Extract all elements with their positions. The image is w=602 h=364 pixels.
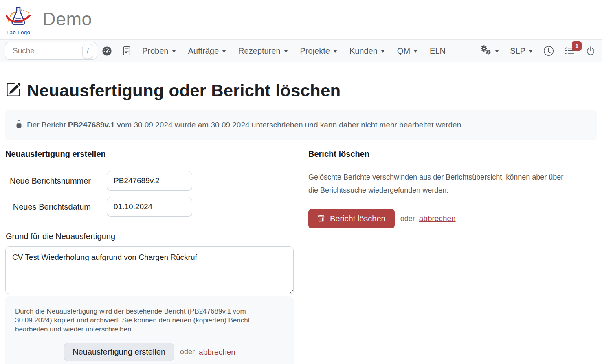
alert-text: Der BerichtPB247689v.1vom 30.09.2024 wur… [27,121,464,129]
create-heading: Neuausfertigung erstellen [5,149,294,159]
new-report-number-input[interactable] [107,171,192,191]
delete-cancel-link[interactable]: abbrechen [419,214,456,223]
edit-icon [6,81,21,101]
or-label: oder [400,215,415,223]
page-title: Neuausfertigung oder Bericht löschen [6,81,597,101]
reason-label: Grund für die Neuausfertigung [6,232,294,241]
navbar-tools: SLP 1 [479,44,595,57]
dashboard-icon[interactable] [102,46,112,56]
new-report-number-label: Neue Berichtsnummer [5,176,91,186]
form-row: Neues Berichtsdatum [5,197,294,217]
chevron-down-icon [172,50,176,53]
nav-projekte[interactable]: Projekte [300,46,337,56]
chevron-down-icon [413,50,417,53]
tasks-badge: 1 [572,41,582,51]
new-report-date-label: Neues Berichtsdatum [5,202,91,212]
reason-textarea[interactable]: CV Test Wiederholung aufgrund von Charge… [5,246,294,294]
primary-nav: Proben Aufträge Rezepturen Projekte Kund… [142,46,446,56]
settings-menu[interactable] [479,44,499,57]
trash-icon [317,215,325,223]
logout-icon[interactable] [586,46,595,56]
reports-icon[interactable] [122,46,131,55]
create-note-panel: Durch die Neuausfertigung wird der beste… [5,296,294,364]
new-report-date-input[interactable] [107,197,192,217]
nav-eln[interactable]: ELN [430,46,446,56]
nav-qm[interactable]: QM [397,46,417,56]
app-title: Demo [42,9,92,30]
app-header: Lab Logo Demo [0,0,602,39]
chevron-down-icon [495,50,499,53]
lock-icon [15,120,27,130]
user-menu[interactable]: SLP [510,46,533,56]
search-shortcut-key: / [82,44,93,58]
delete-description: Gelöschte Berichte verschwinden aus der … [308,171,575,197]
delete-section: Bericht löschen Gelöschte Berichte versc… [308,149,593,364]
page-content: Neuausfertigung oder Bericht löschen Der… [0,81,602,364]
global-search[interactable]: / [5,42,97,60]
history-icon[interactable] [544,46,554,56]
nav-kunden[interactable]: Kunden [349,46,385,56]
main-navbar: / Proben Aufträge Rezepturen Projekte Ku… [0,39,602,62]
nav-rezepturen[interactable]: Rezepturen [238,46,288,56]
create-section: Neuausfertigung erstellen Neue Berichtsn… [5,149,294,364]
chevron-down-icon [381,50,385,53]
nav-proben[interactable]: Proben [142,46,176,56]
gears-icon [479,44,492,57]
chevron-down-icon [529,50,533,53]
flask-logo-icon [6,5,31,29]
create-note-text: Durch die Neuausfertigung wird der beste… [15,307,259,334]
tasks-icon[interactable]: 1 [565,46,575,56]
form-row: Neue Berichtsnummer [5,171,294,191]
chevron-down-icon [284,50,288,53]
delete-heading: Bericht löschen [308,149,593,159]
chevron-down-icon [222,50,226,53]
create-copy-button[interactable]: Neuausfertigung erstellen [64,343,174,361]
chevron-down-icon [333,50,337,53]
nav-auftraege[interactable]: Aufträge [188,46,226,56]
or-label: oder [180,348,195,356]
app-logo[interactable]: Lab Logo [6,5,31,35]
create-cancel-link[interactable]: abbrechen [199,348,235,357]
report-id: PB247689v.1 [68,121,115,129]
locked-alert: Der BerichtPB247689v.1vom 30.09.2024 wur… [5,110,597,140]
logo-caption: Lab Logo [7,30,31,35]
search-input[interactable] [12,46,82,56]
delete-report-button[interactable]: Bericht löschen [308,209,395,228]
